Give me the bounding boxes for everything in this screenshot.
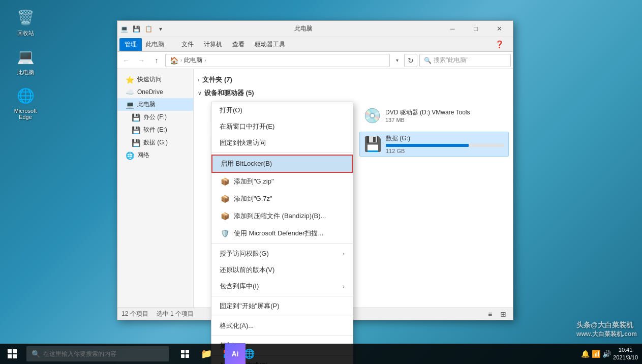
ctx-pin-start-label: 固定到"开始"屏幕(P) xyxy=(220,301,280,311)
tab-drive-tools[interactable]: 驱动器工具 xyxy=(250,38,290,51)
search-container[interactable]: 🔍 搜索"此电脑" xyxy=(419,54,511,67)
sidebar-label-onedrive: OneDrive xyxy=(137,88,163,96)
drives-chevron: ∨ xyxy=(198,90,201,96)
search-icon: 🔍 xyxy=(424,57,432,64)
search-placeholder-text: 搜索"此电脑" xyxy=(434,56,469,65)
ctx-grant-access[interactable]: 授予访问权限(G) › xyxy=(211,246,353,262)
ctx-open[interactable]: 打开(O) xyxy=(211,102,353,118)
ctx-add-zip[interactable]: 📦 添加到"G.zip" xyxy=(211,173,353,190)
drive-d-icon: 💿 xyxy=(363,107,381,124)
refresh-button[interactable]: ↻ xyxy=(404,54,417,67)
taskbar-search-input[interactable] xyxy=(43,350,164,357)
recycle-bin-label: 回收站 xyxy=(17,29,34,37)
drives-section-label: 设备和驱动器 (5) xyxy=(204,88,254,98)
ctx-separator-5 xyxy=(211,336,353,336)
folders-section-header[interactable]: › 文件夹 (7) xyxy=(198,73,509,86)
up-button[interactable]: ↑ xyxy=(150,54,163,67)
pc-icon: 💻 xyxy=(126,101,134,109)
drive-g-size: 112 GB xyxy=(386,148,504,154)
sidebar-item-this-pc[interactable]: 💻 此电脑 xyxy=(117,98,193,111)
window-title-ribbon: 此电脑 xyxy=(142,40,168,49)
address-home-icon: 🏠 xyxy=(170,56,178,65)
sidebar-label-quick-access: 快速访问 xyxy=(137,75,162,84)
sidebar-label-this-pc: 此电脑 xyxy=(137,100,156,109)
view-tiles-button[interactable]: ⊞ xyxy=(498,309,509,320)
dropdown-arrow-button[interactable]: ▾ xyxy=(155,23,166,35)
sidebar-item-software-e[interactable]: 💾 软件 (E:) xyxy=(117,124,193,136)
ctx-pin-start[interactable]: 固定到"开始"屏幕(P) xyxy=(211,298,353,314)
taskbar-search-box[interactable]: 🔍 xyxy=(26,346,169,361)
sidebar-label-software-e: 软件 (E:) xyxy=(143,126,167,134)
ctx-add-bandizip[interactable]: 📦 添加到压缩文件 (Bandizip)(B)... xyxy=(211,207,353,225)
ctx-open-new-window[interactable]: 在新窗口中打开(E) xyxy=(211,118,353,135)
ctx-add-bandizip-label: 添加到压缩文件 (Bandizip)(B)... xyxy=(234,211,326,221)
desktop-icon-recycle-bin[interactable]: 🗑️ 回收站 xyxy=(8,5,43,39)
drive-d-name: DVD 驱动器 (D:) VMware Tools xyxy=(385,108,505,117)
ctx-include-library[interactable]: 包含到库中(I) › xyxy=(211,278,353,294)
ctx-format-label: 格式化(A)... xyxy=(220,321,254,330)
taskbar-volume-icon: 🔊 xyxy=(602,350,611,358)
svg-rect-6 xyxy=(181,354,185,358)
address-input-container[interactable]: 🏠 › 此电脑 › xyxy=(165,54,390,67)
desktop-icon-edge[interactable]: 🌐 Microsoft Edge xyxy=(8,83,43,122)
drive-g-fill xyxy=(386,144,469,147)
sidebar-item-onedrive[interactable]: ☁️ OneDrive xyxy=(117,86,193,98)
drives-section-header[interactable]: ∨ 设备和驱动器 (5) xyxy=(198,86,509,100)
window-controls: ─ □ ✕ xyxy=(441,21,511,37)
sidebar-item-quick-access[interactable]: ⭐ 快速访问 xyxy=(117,73,193,86)
start-button[interactable] xyxy=(0,344,24,364)
status-selected-count: 选中 1 个项目 xyxy=(157,310,194,318)
view-details-button[interactable]: ≡ xyxy=(484,309,496,320)
sidebar-item-data-g[interactable]: 💾 数据 (G:) xyxy=(117,136,193,149)
desktop: 🗑️ 回收站 💻 此电脑 🌐 Microsoft Edge 💻 💾 📋 ▾ 此电… xyxy=(0,0,642,364)
drive-item-d[interactable]: 💿 DVD 驱动器 (D:) VMware Tools 137 MB xyxy=(359,104,509,128)
ctx-pin-quick-access[interactable]: 固定到快速访问 xyxy=(211,135,353,151)
taskbar-clock[interactable]: 10:41 2021/3/10 xyxy=(613,346,638,362)
minimize-button[interactable]: ─ xyxy=(441,21,464,37)
ctx-open-label: 打开(O) xyxy=(220,106,242,115)
tab-view[interactable]: 查看 xyxy=(227,38,250,51)
breadcrumb-this-pc: 此电脑 xyxy=(184,56,202,65)
ctx-add-7z[interactable]: 📦 添加到"G.7z" xyxy=(211,190,353,207)
bandizip-icon: 📦 xyxy=(220,211,230,221)
drive-item-g[interactable]: 💾 数据 (G:) 112 GB xyxy=(359,132,509,157)
close-button[interactable]: ✕ xyxy=(487,21,511,37)
ctx-restore-previous[interactable]: 还原以前的版本(V) xyxy=(211,262,353,278)
title-bar-left: 💻 💾 📋 ▾ xyxy=(119,23,166,35)
task-view-button[interactable] xyxy=(175,344,195,364)
forward-button[interactable]: → xyxy=(135,54,148,67)
svg-rect-3 xyxy=(13,354,17,358)
tab-file[interactable]: 文件 xyxy=(176,38,199,51)
ctx-format[interactable]: 格式化(A)... xyxy=(211,318,353,334)
properties-quick-button[interactable]: 📋 xyxy=(143,23,154,35)
sidebar-item-office-f[interactable]: 💾 办公 (F:) xyxy=(117,111,193,124)
taskbar-network-icon: 📶 xyxy=(592,350,600,358)
file-explorer-taskbar-button[interactable]: 📁 xyxy=(196,344,217,364)
back-button[interactable]: ← xyxy=(119,54,133,67)
tab-manage[interactable]: 管理 xyxy=(119,38,142,51)
drive-g-progress xyxy=(386,144,504,147)
ai-badge[interactable]: Ai xyxy=(225,343,246,364)
desktop-icon-this-pc[interactable]: 💻 此电脑 xyxy=(8,44,43,78)
address-bar: ← → ↑ 🏠 › 此电脑 › ▾ ↻ 🔍 搜索"此电脑" xyxy=(117,52,513,69)
taskbar-right: 🔔 📶 🔊 10:41 2021/3/10 xyxy=(581,346,642,362)
taskbar: 🔍 📁 🌐 xyxy=(0,344,642,364)
tab-computer[interactable]: 计算机 xyxy=(199,38,227,51)
address-dropdown-button[interactable]: ▾ xyxy=(392,54,402,67)
ctx-restore-previous-label: 还原以前的版本(V) xyxy=(220,265,274,275)
clock-date: 2021/3/10 xyxy=(613,354,638,361)
drive-d-size: 137 MB xyxy=(385,117,505,123)
ctx-scan-defender[interactable]: 🛡️ 使用 Microsoft Defender扫描... xyxy=(211,225,353,242)
ctx-add-7z-label: 添加到"G.7z" xyxy=(234,194,272,203)
help-button[interactable]: ❓ xyxy=(487,36,511,52)
taskbar-icons: 📁 🌐 xyxy=(175,344,259,364)
title-bar: 💻 💾 📋 ▾ 此电脑 ─ □ ✕ xyxy=(117,21,513,37)
svg-rect-4 xyxy=(181,350,185,353)
maximize-button[interactable]: □ xyxy=(464,21,487,37)
save-button[interactable]: 💾 xyxy=(131,23,142,35)
sidebar-item-network[interactable]: 🌐 网络 xyxy=(117,149,193,162)
ctx-enable-bitlocker[interactable]: 启用 BitLocker(B) xyxy=(211,155,353,173)
ctx-separator-3 xyxy=(211,296,353,296)
drive-d-info: DVD 驱动器 (D:) VMware Tools 137 MB xyxy=(385,108,505,123)
context-menu: 打开(O) 在新窗口中打开(E) 固定到快速访问 启用 BitLocker(B)… xyxy=(211,102,353,364)
